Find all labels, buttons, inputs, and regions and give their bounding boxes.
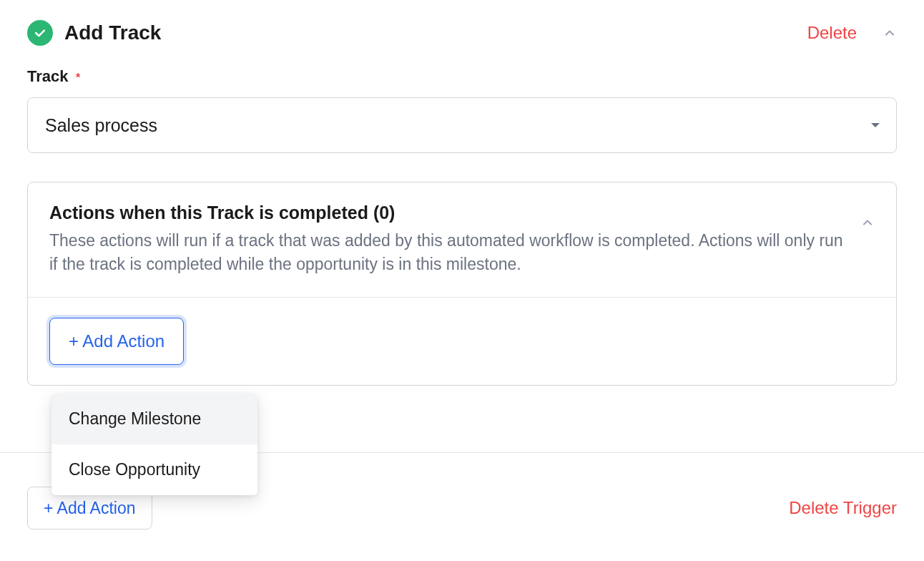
delete-trigger-button[interactable]: Delete Trigger [789, 498, 897, 518]
chevron-up-icon[interactable] [883, 26, 897, 40]
check-circle-icon [27, 20, 53, 46]
dropdown-item-close-opportunity[interactable]: Close Opportunity [51, 444, 257, 495]
actions-panel-body: + Add Action [28, 297, 896, 385]
track-field-group: Track * Sales process [27, 67, 897, 153]
add-action-dropdown: Change Milestone Close Opportunity [51, 394, 257, 495]
track-select-value: Sales process [45, 115, 157, 136]
actions-panel-description: These actions will run if a track that w… [49, 229, 846, 277]
card-header-left: Add Track [27, 20, 161, 46]
track-select-wrapper: Sales process [27, 97, 897, 153]
add-action-button[interactable]: + Add Action [49, 318, 184, 365]
actions-panel: Actions when this Track is completed (0)… [27, 182, 897, 386]
dropdown-item-change-milestone[interactable]: Change Milestone [51, 394, 257, 444]
required-indicator: * [76, 72, 80, 84]
card-header-right: Delete [807, 23, 897, 43]
track-label: Track [27, 67, 69, 86]
actions-panel-header-text: Actions when this Track is completed (0)… [49, 203, 860, 277]
actions-panel-title: Actions when this Track is completed (0) [49, 203, 846, 223]
add-track-card: Add Track Delete Track * Sales process A… [27, 4, 897, 416]
card-header: Add Track Delete [27, 4, 897, 63]
caret-down-icon [871, 123, 880, 127]
actions-panel-header: Actions when this Track is completed (0)… [28, 182, 896, 297]
chevron-up-icon[interactable] [860, 215, 875, 230]
card-title: Add Track [64, 21, 161, 44]
track-select[interactable]: Sales process [27, 97, 897, 153]
delete-button[interactable]: Delete [807, 23, 857, 43]
